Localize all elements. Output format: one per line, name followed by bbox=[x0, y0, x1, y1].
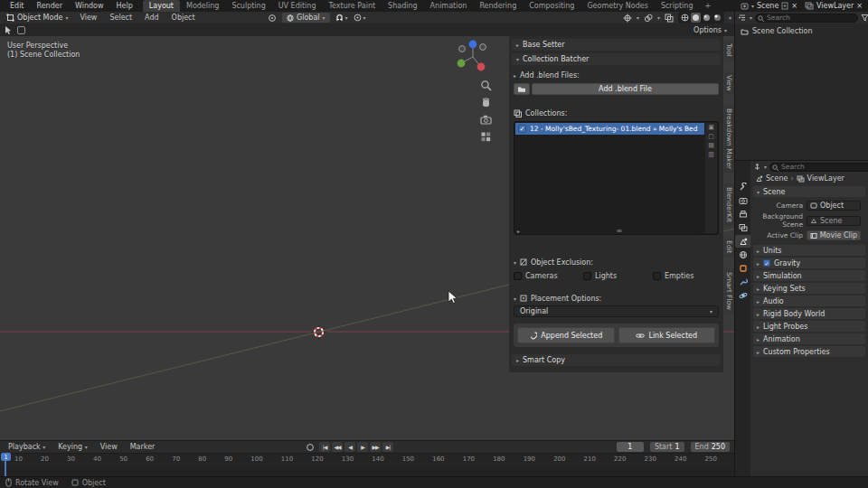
options-dropdown[interactable]: Options ▾ bbox=[693, 23, 727, 36]
show-overlays-toggle[interactable] bbox=[644, 14, 653, 23]
editor-type-caret-icon[interactable]: ▾ bbox=[764, 164, 767, 170]
sidebar-tab[interactable]: BlenderKit bbox=[724, 183, 734, 226]
collections-list[interactable]: ✓ 12 - Molly'sBed_Texturing- 01.blend » … bbox=[514, 121, 719, 235]
breadcrumb-scene[interactable]: Scene bbox=[766, 174, 788, 183]
shading-solid-button[interactable] bbox=[691, 13, 701, 23]
add-blend-file-button[interactable]: Add .blend File bbox=[532, 83, 719, 95]
scene-name[interactable]: Scene bbox=[757, 2, 778, 10]
topbar-menu-item[interactable]: Window bbox=[69, 0, 110, 12]
camera-field-value[interactable]: Object bbox=[807, 201, 861, 211]
playhead-frame-tag[interactable]: 1 bbox=[1, 453, 11, 461]
shading-material-button[interactable] bbox=[702, 13, 712, 23]
scene-selector-caret-icon[interactable]: ▾ bbox=[751, 3, 754, 9]
viewport-menu-item[interactable]: Object bbox=[165, 12, 202, 23]
playback-menu[interactable]: Playback ▾ bbox=[2, 441, 52, 453]
placement-options-header[interactable]: ▾ Placement Options: bbox=[514, 293, 719, 304]
outliner-editor-type-icon[interactable] bbox=[738, 14, 747, 22]
base-setter-panel-header[interactable]: ▸ Base Setter bbox=[512, 39, 721, 51]
custom-properties-section[interactable]: ▸ Custom Properties bbox=[753, 346, 865, 357]
modifier-properties-tab[interactable] bbox=[735, 276, 750, 288]
auto-keyframe-icon[interactable] bbox=[306, 443, 315, 452]
shading-caret-icon[interactable]: ▾ bbox=[729, 14, 731, 21]
properties-search-input[interactable] bbox=[769, 163, 868, 172]
end-frame-field[interactable]: End 250 bbox=[691, 442, 730, 452]
render-properties-tab[interactable] bbox=[735, 194, 750, 207]
viewlayer-properties-tab[interactable] bbox=[735, 221, 750, 234]
workspace-tab[interactable]: Scripting bbox=[655, 0, 700, 12]
world-properties-tab[interactable] bbox=[735, 249, 750, 261]
shading-wireframe-button[interactable] bbox=[680, 13, 690, 23]
list-tool-button[interactable]: ▣ bbox=[708, 124, 714, 131]
topbar-menu-item[interactable]: Help bbox=[110, 0, 139, 12]
scene-section-header[interactable]: ▾ Scene bbox=[753, 186, 865, 197]
playback-button[interactable]: |◀ bbox=[319, 442, 330, 452]
rigid-body-world-section[interactable]: ▸ Rigid Body World bbox=[753, 308, 865, 319]
empties-checkbox-row[interactable]: Empties bbox=[653, 272, 719, 280]
append-selected-button[interactable]: Append Selected bbox=[517, 327, 615, 343]
lights-checkbox-row[interactable]: Lights bbox=[583, 272, 649, 280]
topbar-menu-item[interactable]: Render bbox=[31, 0, 69, 12]
start-frame-field[interactable]: Start 1 bbox=[650, 442, 684, 452]
viewport-3d[interactable]: User Perspective (1) Scene Collection bbox=[0, 36, 734, 440]
object-properties-tab[interactable] bbox=[735, 262, 750, 275]
sidebar-tab[interactable]: Smart Flow bbox=[724, 268, 734, 314]
gizmo-caret-icon[interactable]: ▾ bbox=[637, 14, 639, 21]
proportional-editing-toggle[interactable]: ▾ bbox=[354, 14, 366, 22]
toggle-ortho-grid-icon[interactable] bbox=[480, 131, 492, 143]
cameras-checkbox-row[interactable]: Cameras bbox=[514, 272, 580, 280]
scene-properties-tab[interactable] bbox=[735, 235, 750, 248]
delete-viewlayer-icon[interactable]: × bbox=[856, 2, 863, 10]
sidebar-tab[interactable]: Edit bbox=[724, 237, 734, 258]
smart-copy-panel-header[interactable]: ▸ Smart Copy bbox=[512, 354, 721, 366]
zoom-tool-icon[interactable] bbox=[480, 80, 492, 91]
mode-dropdown[interactable]: Object Mode ▾ bbox=[2, 12, 72, 23]
viewlayer-name[interactable]: ViewLayer bbox=[816, 2, 854, 10]
cameras-checkbox[interactable] bbox=[514, 272, 522, 280]
delete-scene-icon[interactable]: × bbox=[791, 2, 797, 10]
orientation-dropdown[interactable]: Global ▾ bbox=[282, 13, 330, 23]
workspace-tab[interactable]: Layout bbox=[143, 0, 180, 12]
workspace-tab[interactable]: UV Editing bbox=[272, 0, 323, 12]
light-probes-section[interactable]: ▸ Light Probes bbox=[753, 321, 865, 332]
list-tool-button[interactable]: ▢ bbox=[708, 133, 714, 140]
timeline-tracks-area[interactable] bbox=[0, 467, 734, 476]
workspace-tab[interactable]: Compositing bbox=[523, 0, 580, 12]
collection-batcher-panel-header[interactable]: ▾ Collection Batcher bbox=[512, 53, 721, 65]
filter-icon[interactable] bbox=[861, 14, 868, 22]
add-blend-files-header[interactable]: ▸ Add .blend Files: bbox=[514, 70, 719, 80]
editor-type-caret-icon[interactable]: ▾ bbox=[750, 14, 752, 21]
workspace-tab[interactable]: Rendering bbox=[473, 0, 523, 12]
camera-view-icon[interactable] bbox=[480, 114, 492, 126]
audio-section[interactable]: ▸ Audio bbox=[753, 296, 865, 306]
active-clip-value[interactable]: Movie Clip bbox=[807, 230, 861, 240]
outliner-search-input[interactable] bbox=[755, 14, 858, 23]
viewport-menu-item[interactable]: View bbox=[73, 12, 103, 23]
show-gizmo-toggle[interactable] bbox=[623, 14, 632, 23]
open-folder-button[interactable] bbox=[514, 83, 530, 95]
transform-pivot-icon[interactable] bbox=[268, 14, 277, 23]
viewport-menu-item[interactable]: Select bbox=[103, 12, 138, 23]
view-menu[interactable]: View bbox=[94, 441, 124, 453]
viewport-menu-item[interactable]: Add bbox=[138, 12, 165, 23]
collection-list-item-selected[interactable]: ✓ 12 - Molly'sBed_Texturing- 01.blend » … bbox=[515, 123, 704, 135]
playback-button[interactable]: ▶| bbox=[382, 442, 393, 452]
outliner-scene-collection[interactable]: Scene Collection bbox=[735, 23, 868, 39]
keying-menu[interactable]: Keying ▾ bbox=[52, 441, 93, 453]
workspace-tab[interactable]: Geometry Nodes bbox=[580, 0, 654, 12]
gravity-section[interactable]: ▸ ✓ Gravity bbox=[753, 258, 865, 268]
shading-rendered-button[interactable] bbox=[712, 13, 722, 23]
workspace-tab[interactable]: Sculpting bbox=[225, 0, 271, 12]
breadcrumb-viewlayer[interactable]: ViewLayer bbox=[807, 174, 844, 183]
background-scene-value[interactable]: Scene bbox=[807, 216, 861, 226]
list-resize-grip-icon[interactable]: ≡ bbox=[617, 227, 623, 235]
active-tool-icon[interactable] bbox=[4, 25, 14, 35]
marker-menu[interactable]: Marker bbox=[124, 441, 162, 453]
timeline-ruler[interactable]: 1020304050607080901001101201301401501601… bbox=[0, 453, 734, 467]
xray-toggle[interactable] bbox=[665, 14, 674, 23]
list-tool-button[interactable]: ▥ bbox=[708, 151, 714, 158]
workspace-tab[interactable]: Shading bbox=[382, 0, 424, 12]
collection-checkbox-checked[interactable]: ✓ bbox=[518, 125, 526, 133]
workspace-tab[interactable]: Texture Paint bbox=[322, 0, 382, 12]
list-filter-arrow-icon[interactable]: ▸ bbox=[517, 228, 520, 234]
playback-button[interactable]: ▶ bbox=[357, 442, 368, 452]
